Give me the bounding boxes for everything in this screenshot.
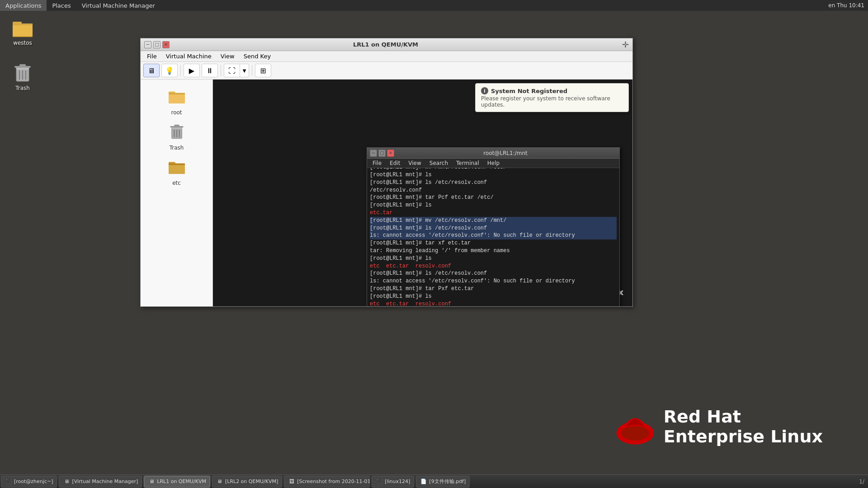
terminal-line: ls: cannot access '/etc/resolv.conf': No… [370,277,617,285]
menu-applications[interactable]: Applications [0,0,47,11]
desktop-icon-trash[interactable]: Trash [5,61,41,93]
terminal-title: root@LRL1:/mnt [394,150,617,156]
terminal-maximize-btn[interactable]: □ [378,150,386,157]
menu-vmm[interactable]: Virtual Machine Manager [76,0,160,11]
terminal-menubar: File Edit View Search Terminal Help [367,159,619,168]
svg-rect-23 [169,164,185,174]
taskbar-terminal-icon: ⬛ [5,478,12,485]
terminal-line: [root@LRL1 mnt]# ls [370,202,617,209]
sidebar-item-trash[interactable]: Trash [141,118,212,154]
menu-places[interactable]: Places [47,0,76,11]
notification-icon: i [481,87,488,94]
desktop-icon-westos[interactable]: westos [5,15,41,48]
toolbar-details-btn[interactable]: 💡 [161,64,178,77]
vmm-window: ─ □ ✕ LRL1 on QEMU/KVM ✛ File Virtual Ma… [140,38,633,307]
vmm-menu-view[interactable]: View [216,52,239,61]
terminal-line: etc etc.tar resolv.conf [370,263,617,270]
taskbar-lrl1-icon: 🖥 [148,478,155,485]
svg-rect-4 [13,23,33,25]
svg-rect-24 [169,164,185,165]
terminal-menu-search[interactable]: Search [426,160,452,167]
vmm-main[interactable]: i System Not Registered Please register … [213,80,632,306]
toolbar-fullscreen-group: ⛶ ▼ [224,64,249,77]
terminal-line: [root@LRL1 mnt]# mv /etc/resolv.conf /mn… [370,217,617,225]
toolbar-sep-2 [221,65,221,76]
taskbar-lrl2-icon: 🖥 [216,478,223,485]
taskbar-item-screenshot[interactable]: 🖼 [Screenshot from 2020-11-01 13-...] [284,476,370,488]
terminal-menu-view[interactable]: View [405,160,425,167]
taskbar-item-lrl2[interactable]: 🖥 [LRL2 on QEMU/KVM] [212,476,282,488]
toolbar-fullscreen-btn[interactable]: ⛶ [224,64,240,77]
toolbar-pause-btn[interactable]: ⏸ [202,64,218,77]
taskbar-item-linux124[interactable]: ⬛ [linux124] [372,476,414,488]
terminal-line: [root@LRL1 mnt]# ls /etc/resolv.conf [370,225,617,232]
vmm-close-btn[interactable]: ✕ [162,41,170,48]
terminal-line: etc.tar [370,209,617,217]
svg-rect-17 [174,125,179,127]
taskbar-item-terminal-root[interactable]: ⬛ [root@zhenjc~] [1,476,57,488]
terminal-line: [root@LRL1 mnt]# ls [370,255,617,263]
sidebar-etc-label: etc [172,180,181,186]
vmm-menu-virtualmachine[interactable]: Virtual Machine [161,52,216,61]
svg-rect-13 [169,93,185,103]
vmm-content: root Trash [141,80,632,306]
terminal-titlebar[interactable]: ─ □ ✕ root@LRL1:/mnt [367,148,619,159]
redhat-hat-icon [615,407,656,447]
terminal-line: tar: Removing leading '/' from member na… [370,247,617,255]
terminal-line: [root@LRL1 mnt]# ls [370,171,617,179]
toolbar-usb-btn[interactable]: ⊞ [255,64,271,77]
vmm-toolbar: 🖥 💡 ▶ ⏸ ⛶ ▼ ⊞ [141,62,632,80]
toolbar-sep-3 [252,65,252,76]
terminal-menu-help[interactable]: Help [484,160,503,167]
toolbar-expand-btn[interactable]: ▼ [240,64,249,77]
vmm-sidebar: root Trash [141,80,213,306]
taskbar-item-lrl1[interactable]: 🖥 LRL1 on QEMU/KVM [144,476,210,488]
taskbar-item-pdf[interactable]: 📄 [9文件传输.pdf] [416,476,470,488]
terminal-line: /etc/resolv.conf [370,187,617,194]
sidebar-item-root[interactable]: root [141,83,212,118]
top-menubar: Applications Places Virtual Machine Mana… [0,0,868,11]
terminal-line: [root@LRL1 mnt]# tar xf etc.tar [370,239,617,247]
taskbar-linux124-icon: ⬛ [376,478,383,485]
terminal-body[interactable]: [root@LRL1 mnt]# ls[root@LRL1 mnt]# mv /… [367,168,619,306]
vmm-win-controls[interactable]: ─ □ ✕ [144,41,170,48]
terminal-window: ─ □ ✕ root@LRL1:/mnt File Edit View Sear… [367,147,620,306]
notification-title: i System Not Registered [481,87,623,94]
terminal-win-controls[interactable]: ─ □ ✕ [370,150,394,157]
sidebar-root-icon [166,86,188,108]
terminal-line: [root@LRL1 mnt]# ls [370,293,617,300]
terminal-line: etc etc.tar resolv.conf [370,300,617,306]
vmm-minimize-btn[interactable]: ─ [144,41,151,48]
taskbar: ⬛ [root@zhenjc~] 🖥 [Virtual Machine Mana… [0,474,868,488]
terminal-line: [root@LRL1 mnt]# ls /etc/resolv.conf [370,270,617,277]
toolbar-sep-1 [180,65,181,76]
taskbar-vmm-icon: 🖥 [63,478,70,485]
terminal-menu-terminal[interactable]: Terminal [453,160,483,167]
terminal-minimize-btn[interactable]: ─ [370,150,377,157]
terminal-line: [root@LRL1 mnt]# tar Pcf etc.tar /etc/ [370,194,617,202]
sidebar-trash-icon [166,121,188,143]
rhel-logo-desktop: Red Hat Enterprise Linux [615,407,823,447]
taskbar-page-indicator: 1/ [859,479,868,485]
svg-rect-3 [13,23,33,36]
toolbar-play-btn[interactable]: ▶ [184,64,200,77]
svg-rect-14 [169,93,185,94]
terminal-line: [root@LRL1 mnt]# mv /mnt/resolv.conf /et… [370,168,617,171]
rhel-big-text: Red Hat Enterprise Linux [664,407,823,446]
vmm-crosshair-icon[interactable]: ✛ [622,40,629,49]
terminal-line: [root@LRL1 mnt]# ls /etc/resolv.conf [370,179,617,187]
terminal-menu-file[interactable]: File [369,160,385,167]
sidebar-item-etc[interactable]: etc [141,154,212,189]
vmm-menubar: File Virtual Machine View Send Key [141,51,632,62]
toolbar-screen-btn[interactable]: 🖥 [143,64,160,77]
folder-icon [12,17,33,39]
terminal-close-btn[interactable]: ✕ [387,150,394,157]
vmm-maximize-btn[interactable]: □ [153,41,160,48]
vmm-menu-sendkey[interactable]: Send Key [239,52,275,61]
taskbar-item-vmm[interactable]: 🖥 [Virtual Machine Manager] [59,476,142,488]
vmm-titlebar[interactable]: ─ □ ✕ LRL1 on QEMU/KVM ✛ [141,38,632,51]
taskbar-screenshot-icon: 🖼 [288,478,295,485]
vmm-menu-file[interactable]: File [142,52,161,61]
desktop-icon-trash-label: Trash [15,85,30,91]
terminal-menu-edit[interactable]: Edit [386,160,404,167]
